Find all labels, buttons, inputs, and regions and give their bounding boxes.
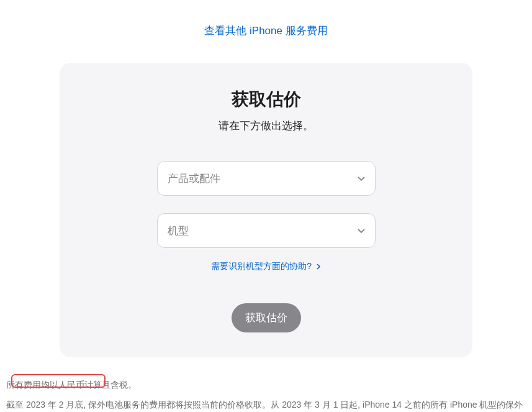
model-select[interactable]: 机型 <box>157 213 376 248</box>
other-services-link[interactable]: 查看其他 iPhone 服务费用 <box>204 25 327 37</box>
get-estimate-button[interactable]: 获取估价 <box>232 303 301 332</box>
card-subtitle: 请在下方做出选择。 <box>91 119 441 133</box>
footer-line-2: 截至 2023 年 2 月底, 保外电池服务的费用都将按照当前的价格收取。从 2… <box>6 396 526 412</box>
footer-text: 所有费用均以人民币计算且含税。 截至 2023 年 2 月底, 保外电池服务的费… <box>0 357 532 412</box>
product-select-placeholder: 产品或配件 <box>168 172 220 186</box>
estimate-card: 获取估价 请在下方做出选择。 产品或配件 机型 需要识别机型方面的协助? <box>60 63 472 357</box>
help-link-label: 需要识别机型方面的协助? <box>211 261 312 271</box>
chevron-right-icon <box>317 262 321 272</box>
top-link-container: 查看其他 iPhone 服务费用 <box>0 0 532 50</box>
product-select-wrapper: 产品或配件 <box>157 161 376 196</box>
product-select[interactable]: 产品或配件 <box>157 161 376 196</box>
card-title: 获取估价 <box>91 88 441 111</box>
model-select-placeholder: 机型 <box>168 224 189 238</box>
help-link-container: 需要识别机型方面的协助? <box>91 260 441 272</box>
identify-model-help-link[interactable]: 需要识别机型方面的协助? <box>211 261 321 271</box>
model-select-wrapper: 机型 <box>157 213 376 248</box>
footer-line-1: 所有费用均以人民币计算且含税。 <box>6 376 526 393</box>
